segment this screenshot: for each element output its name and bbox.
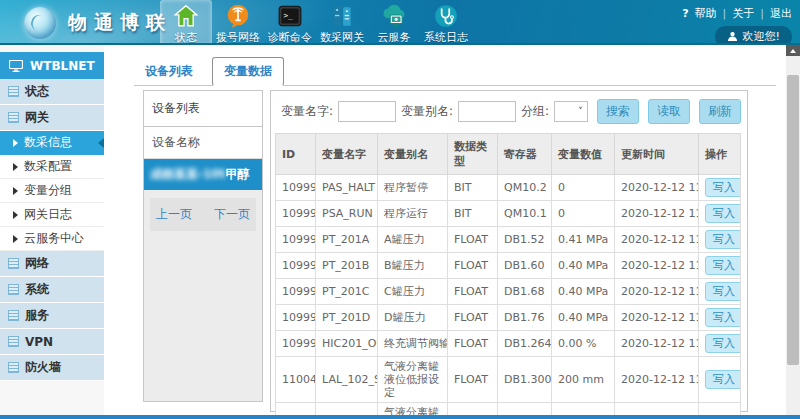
filter-name-input[interactable] <box>338 101 396 122</box>
table-row: 109992 PSA_RUN 程序运行 BIT QM10.1 0 2020-12… <box>276 201 741 227</box>
cell-value: 0.40 MPa <box>552 253 615 279</box>
write-button[interactable]: 写入 <box>705 230 741 249</box>
search-button[interactable]: 搜索 <box>597 99 639 124</box>
list-icon <box>8 362 19 373</box>
table-row: 109997 PT_201C C罐压力 FLOAT DB1.68 0.40 MP… <box>276 279 741 305</box>
nav-item-data-gateway[interactable]: 数采网关 <box>316 0 368 45</box>
sidebar-item-label: 网关 <box>25 109 49 126</box>
nav-item-cloud-service[interactable]: 云服务 <box>368 0 420 45</box>
cell-value: 0 <box>552 175 615 201</box>
device-prev-page-link[interactable]: 上一页 <box>156 206 192 223</box>
sidebar-subitem-gateway-log[interactable]: 网关日志 <box>0 203 104 227</box>
nav-item-diagnose-command[interactable]: >_ 诊断命令 <box>264 0 316 45</box>
scrollbar-thumb[interactable] <box>787 75 799 365</box>
refresh-button[interactable]: 刷新 <box>699 99 741 124</box>
brand-logo: 物通博联 <box>24 0 172 45</box>
sidebar-item-label: 状态 <box>25 83 49 100</box>
sidebar-subitem-label: 数采配置 <box>24 158 72 175</box>
table-header-row: ID 变量名字 变量别名 数据类型 寄存器 变量数值 更新时间 操作 <box>276 134 741 175</box>
tab-device-list[interactable]: 设备列表 <box>134 58 204 85</box>
write-button[interactable]: 写入 <box>705 204 741 223</box>
sidebar-subitem-label: 云服务中心 <box>24 230 84 247</box>
list-icon <box>8 284 19 295</box>
cell-type: BIT <box>448 175 498 201</box>
cell-id: 109999 <box>276 331 316 357</box>
cell-alias: A罐压力 <box>378 227 448 253</box>
device-panel-title: 设备列表 <box>144 91 262 127</box>
sidebar-item-label: 网络 <box>25 255 49 272</box>
tab-variable-data[interactable]: 变量数据 <box>212 57 284 86</box>
cell-name: PT_201C <box>316 279 378 305</box>
welcome-text: 欢迎您! <box>743 29 780 44</box>
list-icon <box>8 258 19 269</box>
sidebar-subitem-variable-group[interactable]: 变量分组 <box>0 179 104 203</box>
device-next-page-link[interactable]: 下一页 <box>214 206 250 223</box>
bottom-blue-strip <box>0 415 800 419</box>
table-row: 109999 HIC201_OUT 终充调节阀输出 FLOAT DB1.264 … <box>276 331 741 357</box>
cell-value: 0.40 MPa <box>552 305 615 331</box>
filter-alias-input[interactable] <box>458 101 516 122</box>
cell-alias: 程序暂停 <box>378 175 448 201</box>
nav-item-dial-network[interactable]: 拨号网络 <box>212 0 264 45</box>
separator: | <box>723 7 727 20</box>
cell-type: FLOAT <box>448 357 498 403</box>
cell-time: 2020-12-12 11:12:48 <box>615 305 699 331</box>
cell-time: 2020-12-12 11:12:40 <box>615 201 699 227</box>
sidebar-item-network[interactable]: 网络 <box>0 251 104 277</box>
filter-alias-label: 变量别名: <box>401 103 453 120</box>
cell-register: DB1.300 <box>498 357 552 403</box>
main-content: 设备列表 变量数据 设备列表 设备名称 成都某某-10t甲醇 上一页 下一页 变… <box>104 45 786 415</box>
cell-register: DB1.60 <box>498 253 552 279</box>
write-button[interactable]: 写入 <box>705 178 741 197</box>
sidebar-item-service[interactable]: 服务 <box>0 303 104 329</box>
cell-alias: C罐压力 <box>378 279 448 305</box>
sidebar-subitem-cloud-center[interactable]: 云服务中心 <box>0 227 104 251</box>
sidebar-item-vpn[interactable]: VPN <box>0 329 104 355</box>
globe-logo-icon <box>24 7 56 39</box>
sidebar-item-status[interactable]: 状态 <box>0 79 104 105</box>
sidebar-item-firewall[interactable]: 防火墙 <box>0 355 104 381</box>
cell-name: PT_201D <box>316 305 378 331</box>
device-list-panel: 设备列表 设备名称 成都某某-10t甲醇 上一页 下一页 <box>143 90 263 402</box>
cloud-icon <box>381 3 408 29</box>
cell-id: 109998 <box>276 305 316 331</box>
list-icon <box>8 336 19 347</box>
write-button[interactable]: 写入 <box>705 334 741 353</box>
write-button[interactable]: 写入 <box>705 256 741 275</box>
browser-scrollbar[interactable] <box>786 45 800 419</box>
sidebar-subitem-data-config[interactable]: 数采配置 <box>0 155 104 179</box>
brand-name: 物通博联 <box>68 10 172 36</box>
sidebar-item-system[interactable]: 系统 <box>0 277 104 303</box>
sidebar-title-label: WTBLNET <box>30 59 95 73</box>
cell-name: PAS_HALT <box>316 175 378 201</box>
cell-register: QM10.1 <box>498 201 552 227</box>
write-button[interactable]: 写入 <box>705 282 741 301</box>
logout-link[interactable]: 退出 <box>770 6 792 21</box>
help-link[interactable]: 帮助 <box>695 6 717 21</box>
chevron-down-icon: ˅ <box>578 106 583 117</box>
nav-item-system-log[interactable]: 系统日志 <box>420 0 472 45</box>
top-bar: 物通博联 状态 拨号网络 >_ 诊断命令 数采网关 <box>0 0 800 45</box>
group-select[interactable]: ˅ <box>554 101 588 122</box>
read-button[interactable]: 读取 <box>648 99 690 124</box>
sidebar-item-label: 服务 <box>25 307 49 324</box>
sidebar-subitem-data-info[interactable]: 数采信息 <box>0 131 104 155</box>
cell-id: 109992 <box>276 201 316 227</box>
table-row: 110046 LAL_102_SP 气液分离罐液位低报设定 FLOAT DB1.… <box>276 357 741 403</box>
col-header-alias: 变量别名 <box>378 134 448 175</box>
scrollbar-up-arrow-icon[interactable] <box>786 45 800 56</box>
device-item-selected[interactable]: 成都某某-10t甲醇 <box>144 159 262 190</box>
cell-type: FLOAT <box>448 305 498 331</box>
table-row: 109991 PAS_HALT 程序暂停 BIT QM10.2 0 2020-1… <box>276 175 741 201</box>
write-button[interactable]: 写入 <box>705 370 741 389</box>
cell-alias: B罐压力 <box>378 253 448 279</box>
cell-type: BIT <box>448 201 498 227</box>
write-button[interactable]: 写入 <box>705 308 741 327</box>
about-link[interactable]: 关于 <box>732 6 754 21</box>
cell-id: 110046 <box>276 357 316 403</box>
cell-type: FLOAT <box>448 253 498 279</box>
sidebar-item-gateway[interactable]: 网关 <box>0 105 104 131</box>
cell-time: 2020-12-12 11:12:48 <box>615 227 699 253</box>
welcome-user-button[interactable]: 欢迎您! <box>715 26 792 45</box>
nav-item-status[interactable]: 状态 <box>160 0 212 45</box>
